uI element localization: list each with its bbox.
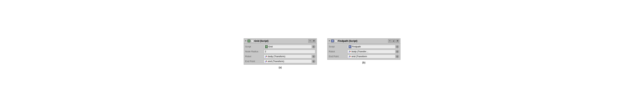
panel-a-wrapper: ▼ G ✓ Grid (Script) ? ⚙ Script G Grid bbox=[244, 38, 317, 69]
label-script-b: Script bbox=[329, 45, 346, 48]
transform-icon-endpoint-b bbox=[348, 55, 351, 58]
endpoint-value-container-b: end (Transform ◎ bbox=[347, 54, 399, 58]
script-file-icon-b: F bbox=[348, 45, 351, 48]
label-endpoint-a: End Point bbox=[245, 60, 263, 62]
svg-line-2 bbox=[265, 56, 266, 57]
panels-container: ▼ G ✓ Grid (Script) ? ⚙ Script G Grid bbox=[244, 38, 400, 69]
script-circle-a[interactable]: ◎ bbox=[312, 45, 315, 48]
panel-a-body: Script G Grid ◎ Node Radius 2 bbox=[244, 44, 317, 64]
panel-b-header: ▼ F ✓ Findpath (Script) ? ⇌ ⚙ bbox=[328, 38, 400, 44]
svg-line-11 bbox=[349, 56, 350, 57]
help-button-a[interactable]: ? bbox=[308, 39, 312, 43]
field-row-noderadius: Node Radius 2 bbox=[244, 49, 317, 54]
endpoint-field-a: end (Transform) bbox=[264, 60, 312, 63]
caption-a: (a) bbox=[279, 66, 282, 69]
panel-b-body: Script F Findpath ◎ Robot bbox=[328, 44, 400, 60]
panel-a-title: Grid (Script) bbox=[254, 40, 308, 42]
field-row-script-b: Script F Findpath ◎ bbox=[328, 44, 400, 49]
script-icon-a: G bbox=[248, 40, 250, 42]
gear-button-a[interactable]: ⚙ bbox=[312, 39, 316, 43]
endpoint-circle-a[interactable]: ◎ bbox=[312, 60, 315, 63]
endpoint-circle-b[interactable]: ◎ bbox=[396, 55, 399, 58]
panel-a-header: ▼ G ✓ Grid (Script) ? ⚙ bbox=[244, 38, 317, 44]
robot-value-b: body (Transfor… bbox=[352, 50, 368, 53]
endpoint-value-b: end (Transform bbox=[352, 55, 367, 58]
field-row-script-a: Script G Grid ◎ bbox=[244, 44, 317, 49]
panel-b-header-icons: ? ⇌ ⚙ bbox=[388, 39, 399, 43]
robot-value-container-b: body (Transfor… ◎ bbox=[347, 50, 399, 54]
noderadius-value: 2 bbox=[265, 50, 266, 53]
script-value-b: Findpath bbox=[352, 45, 361, 48]
label-robot-b: Robot bbox=[329, 50, 346, 53]
script-value-container-b: F Findpath ◎ bbox=[347, 45, 399, 48]
endpoint-value-container-a: end (Transform) ◎ bbox=[264, 60, 315, 63]
script-field-b: F Findpath bbox=[347, 45, 396, 48]
collapse-arrow-a[interactable]: ▼ bbox=[245, 40, 247, 42]
caption-b: (b) bbox=[362, 61, 366, 64]
help-button-b[interactable]: ? bbox=[388, 39, 392, 43]
script-field-a: G Grid bbox=[264, 45, 312, 48]
script-file-icon-a: G bbox=[265, 45, 268, 48]
transform-icon-robot-b bbox=[348, 50, 351, 53]
svg-line-5 bbox=[265, 61, 266, 62]
layout-button-b[interactable]: ⇌ bbox=[392, 39, 396, 43]
collapse-arrow-b[interactable]: ▼ bbox=[328, 40, 330, 42]
robot-field-a: body (Transform) bbox=[264, 54, 312, 58]
panel-a: ▼ G ✓ Grid (Script) ? ⚙ Script G Grid bbox=[244, 38, 317, 65]
label-endpoint-b: End Point bbox=[329, 55, 346, 58]
field-row-robot-a: Robot body (Transform) bbox=[244, 54, 317, 59]
robot-value-container-a: body (Transform) ◎ bbox=[264, 54, 315, 58]
script-icon-b: F bbox=[331, 40, 334, 42]
endpoint-value-a: end (Transform) bbox=[268, 60, 284, 62]
svg-line-8 bbox=[349, 52, 350, 52]
label-robot-a: Robot bbox=[245, 55, 263, 58]
panel-b: ▼ F ✓ Findpath (Script) ? ⇌ ⚙ Script F bbox=[327, 38, 400, 60]
label-script-a: Script bbox=[245, 45, 263, 48]
field-row-robot-b: Robot body (Transfor… bbox=[328, 49, 400, 54]
transform-icon-robot-a bbox=[265, 55, 268, 58]
script-value-container-a: G Grid ◎ bbox=[264, 45, 315, 48]
robot-field-b: body (Transfor… bbox=[347, 50, 396, 54]
script-circle-b[interactable]: ◎ bbox=[396, 45, 399, 48]
endpoint-field-b: end (Transform bbox=[347, 54, 396, 58]
robot-value-a: body (Transform) bbox=[268, 55, 285, 58]
noderadius-field[interactable]: 2 bbox=[264, 50, 315, 54]
gear-button-b[interactable]: ⚙ bbox=[396, 39, 399, 43]
script-value-a: Grid bbox=[268, 45, 273, 48]
checkbox-b[interactable]: ✓ bbox=[335, 40, 337, 42]
transform-icon-endpoint-a bbox=[265, 60, 268, 62]
label-noderadius: Node Radius bbox=[245, 50, 263, 53]
panel-b-wrapper: ▼ F ✓ Findpath (Script) ? ⇌ ⚙ Script F bbox=[327, 38, 400, 64]
field-row-endpoint-b: End Point end (Transform bbox=[328, 54, 400, 59]
panel-b-title: Findpath (Script) bbox=[338, 40, 387, 42]
checkbox-a[interactable]: ✓ bbox=[251, 40, 254, 42]
robot-circle-a[interactable]: ◎ bbox=[312, 55, 315, 58]
field-row-endpoint-a: End Point end (Transform) bbox=[244, 59, 317, 64]
panel-a-header-icons: ? ⚙ bbox=[308, 39, 316, 43]
robot-circle-b[interactable]: ◎ bbox=[396, 50, 399, 53]
